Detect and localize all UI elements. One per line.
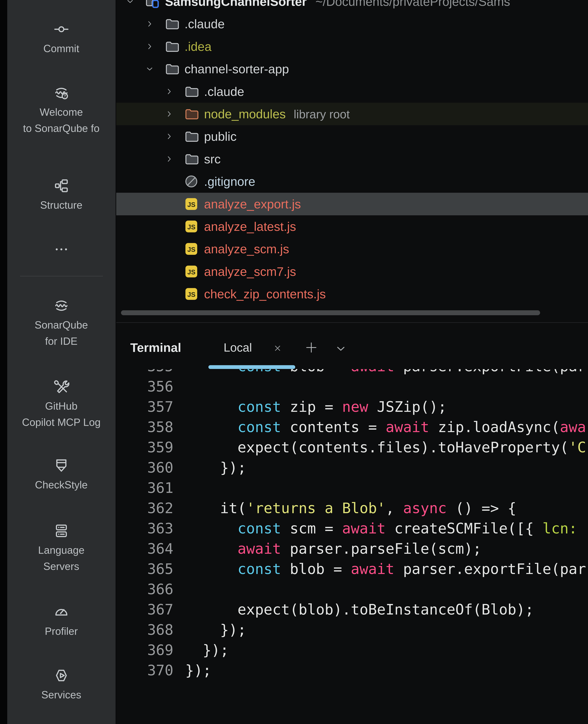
tree-row-project-root[interactable]: SamsungChannelSorter~/Documents/privateP… [116,0,588,13]
sidebar-item-label: Commit [43,40,79,57]
sidebar-item-services[interactable]: Services [7,667,115,703]
line-number: 360 [116,458,173,478]
chevron-right-icon[interactable] [145,20,154,28]
tree-row-check-zip-contents-js[interactable]: JScheck_zip_contents.js [116,283,588,305]
folder-icon [184,152,199,166]
sidebar-item-sonarqube-welcome[interactable]: ?Welcome to SonarQube fo [7,85,115,136]
tree-row-analyze-latest-js[interactable]: JSanalyze_latest.js [116,215,588,238]
chevron-right-icon [165,87,173,96]
chevron-right-icon[interactable] [165,110,173,118]
plus-icon [304,341,318,355]
line-number: 367 [116,600,173,620]
tree-row--idea[interactable]: .idea [116,35,588,58]
sidebar-item-sonarqube-for-ide[interactable]: SonarQube for IDE [7,298,115,349]
js-icon: JS [184,286,199,301]
code-text: await parser.parseFile(scm); [185,539,588,559]
sidebar-item-checkstyle[interactable]: CheckStyle [7,458,115,493]
sidebar-item-language-servers[interactable]: Language Servers [7,523,115,575]
chevron-down-icon [126,0,134,6]
sidebar-divider [20,276,103,277]
tree-row-node-modules[interactable]: node_moduleslibrary root [116,103,588,125]
code-text [185,478,588,498]
tree-row--gitignore[interactable]: .gitignore [116,170,588,193]
sidebar-item-label: Welcome to SonarQube fo [23,104,100,136]
active-tab-underline [208,365,295,369]
close-icon[interactable] [273,343,282,353]
folder-icon [164,61,179,77]
chevron-down-icon[interactable] [145,65,154,73]
chevron-right-icon[interactable] [165,87,173,96]
js-icon: JS [184,197,199,212]
folder-icon [164,61,179,77]
folder-icon [164,39,179,54]
structure-icon [54,178,69,194]
sidebar-item-label: SonarQube for IDE [35,317,88,349]
sidebar-item-structure[interactable]: Structure [7,178,115,213]
chevron-down-icon[interactable] [126,0,134,6]
tree-row-src[interactable]: src [116,148,588,170]
tree-horizontal-scrollbar[interactable] [121,310,540,315]
ignored-file-icon [184,174,199,189]
chevron-right-icon[interactable] [165,132,173,141]
line-number: 370 [116,660,173,681]
chevron-right-icon[interactable] [145,42,154,51]
code-line-363: 363 const scm = await createSCMFile([{ l… [116,518,588,539]
chevron-right-icon[interactable] [165,155,173,163]
close-icon [273,343,282,353]
services-icon [54,667,69,683]
sidebar-item-commit[interactable]: Commit [7,21,115,57]
sidebar-item-github-copilot-mcp-log[interactable]: GitHub Copilot MCP Log [7,379,115,430]
tree-row--claude[interactable]: .claude [116,80,588,103]
sidebar-item-label: GitHub Copilot MCP Log [22,398,101,430]
tree-item-label: check_zip_contents.js [204,287,326,301]
js-icon: JS [184,219,199,234]
js-icon: JS [184,241,199,257]
code-line-366: 366 [116,579,588,600]
js-icon: JS [184,264,199,279]
sidebar-item-label: Profiler [45,623,78,639]
tree-row-analyze-scm7-js[interactable]: JSanalyze_scm7.js [116,260,588,283]
sidebar-item-more[interactable] [7,241,115,257]
ignored-file-icon [184,174,199,189]
tree-item-label: analyze_export.js [204,197,301,211]
prompt-question: Do you want to create scmParser.test.js? [140,704,588,724]
chevron-down-icon[interactable] [335,343,346,355]
svg-text:?: ? [64,94,66,98]
main-panel: SamsungChannelSorter~/Documents/privateP… [116,0,588,724]
code-line-355: 355 const blob = await parser.exportFile… [116,369,588,377]
tree-row-channel-sorter-app[interactable]: channel-sorter-app [116,58,588,80]
tree-row-analyze-scm-js[interactable]: JSanalyze_scm.js [116,238,588,260]
code-text: const scm = await createSCMFile([{ lcn: [185,518,588,539]
tree-row-analyze-export-js[interactable]: JSanalyze_export.js [116,193,588,215]
tree-item-label: analyze_scm7.js [204,264,296,279]
project-root-label: SamsungChannelSorter~/Documents/privateP… [165,0,510,9]
project-root-name: SamsungChannelSorter [165,0,307,8]
line-number: 368 [116,620,173,640]
js-icon: JS [184,197,199,212]
tree-item-label: node_moduleslibrary root [204,107,350,121]
tool-window-stripe: Commit?Welcome to SonarQube foStructureS… [7,0,116,724]
line-number: 358 [116,417,173,437]
code-line-370: 370}); [116,660,588,681]
folder-icon [184,84,199,99]
line-number: 356 [116,377,173,397]
svg-text:JS: JS [187,223,195,231]
tree-item-label: public [204,129,237,144]
plus-icon[interactable] [304,341,318,355]
code-line-368: 368 }); [116,620,588,640]
code-line-364: 364 await parser.parseFile(scm); [116,539,588,559]
project-root-path: ~/Documents/privateProjects/Sams [315,0,510,8]
folder-icon [184,129,199,144]
js-icon: JS [184,219,199,234]
sidebar-item-profiler[interactable]: Profiler [7,604,115,639]
tree-row--claude[interactable]: .claude [116,13,588,35]
chevron-right-icon [165,132,173,141]
sidebar-item-label: Language Servers [38,542,84,575]
svg-text:JS: JS [187,291,195,298]
sonar-question-icon: ? [54,85,69,101]
terminal-tab-local[interactable]: Local [224,340,252,356]
chevron-down-icon [145,65,154,73]
sidebar-item-label: Structure [40,197,82,213]
chevron-right-icon [165,155,173,163]
tree-row-public[interactable]: public [116,125,588,148]
